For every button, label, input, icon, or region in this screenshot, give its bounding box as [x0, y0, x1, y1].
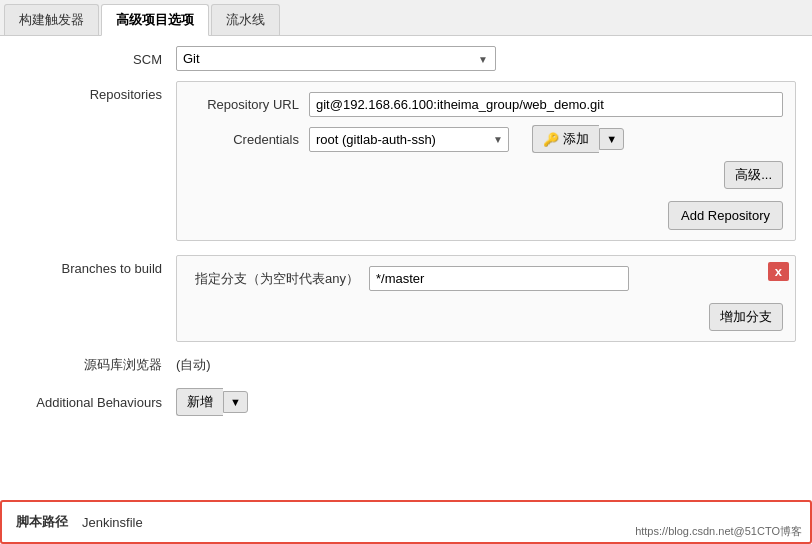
main-content: SCM Git Repositories Repository URL Cred…	[0, 36, 812, 544]
key-icon: 🔑	[543, 132, 559, 147]
url-row: Repository URL	[189, 92, 783, 117]
add-credentials-arrow-btn[interactable]: ▼	[599, 128, 624, 150]
advanced-footer: 高级...	[189, 161, 783, 189]
branches-label: Branches to build	[16, 255, 176, 276]
scm-select[interactable]: Git	[176, 46, 496, 71]
credentials-row: Credentials root (gitlab-auth-ssh) 🔑 添加	[189, 125, 783, 153]
scm-select-container: Git	[176, 46, 496, 71]
bottom-bar: 脚本路径 Jenkinsfile https://blog.csdn.net@5…	[0, 500, 812, 544]
url-label: Repository URL	[189, 97, 309, 112]
branch-row: 指定分支（为空时代表any）	[189, 266, 783, 291]
add-credentials-btn-group: 🔑 添加 ▼	[532, 125, 624, 153]
source-browser-label: 源码库浏览器	[16, 356, 176, 374]
source-browser-value: (自动)	[176, 356, 211, 374]
credentials-select[interactable]: root (gitlab-auth-ssh)	[309, 127, 509, 152]
scm-label: SCM	[16, 46, 176, 67]
tab-advanced[interactable]: 高级项目选项	[101, 4, 209, 36]
add-branch-btn[interactable]: 增加分支	[709, 303, 783, 331]
branch-row-label: 指定分支（为空时代表any）	[189, 270, 369, 288]
tab-trigger[interactable]: 构建触发器	[4, 4, 99, 35]
scm-row: SCM Git	[16, 46, 796, 71]
repositories-content: Repository URL Credentials root (gitlab-…	[176, 81, 796, 241]
credentials-select-wrapper: root (gitlab-auth-ssh)	[309, 127, 509, 152]
tab-pipeline[interactable]: 流水线	[211, 4, 280, 35]
repositories-section: Repositories Repository URL Credentials …	[16, 81, 796, 241]
new-btn-group: 新增 ▼	[176, 388, 248, 416]
bottom-value: Jenkinsfile	[82, 515, 143, 530]
branches-section: Branches to build x 指定分支（为空时代表any） 增加分支	[16, 255, 796, 342]
advanced-btn[interactable]: 高级...	[724, 161, 783, 189]
credentials-select-wrap: root (gitlab-auth-ssh) 🔑 添加 ▼	[309, 125, 624, 153]
branch-delete-btn[interactable]: x	[768, 262, 789, 281]
source-browser-row: 源码库浏览器 (自动)	[16, 356, 796, 374]
repositories-label: Repositories	[16, 81, 176, 102]
additional-behaviours-label: Additional Behaviours	[16, 395, 176, 410]
add-repo-footer: Add Repository	[189, 195, 783, 230]
credentials-label: Credentials	[189, 132, 309, 147]
new-btn[interactable]: 新增	[176, 388, 223, 416]
url-input[interactable]	[309, 92, 783, 117]
add-credentials-btn[interactable]: 🔑 添加	[532, 125, 599, 153]
branch-input[interactable]	[369, 266, 629, 291]
new-btn-arrow[interactable]: ▼	[223, 391, 248, 413]
watermark: https://blog.csdn.net@51CTO博客	[635, 524, 802, 539]
tab-bar: 构建触发器 高级项目选项 流水线	[0, 0, 812, 36]
add-branch-footer: 增加分支	[189, 299, 783, 331]
additional-behaviours-row: Additional Behaviours 新增 ▼	[16, 388, 796, 416]
add-repository-btn[interactable]: Add Repository	[668, 201, 783, 230]
branch-content: x 指定分支（为空时代表any） 增加分支	[176, 255, 796, 342]
bottom-label: 脚本路径	[16, 513, 68, 531]
